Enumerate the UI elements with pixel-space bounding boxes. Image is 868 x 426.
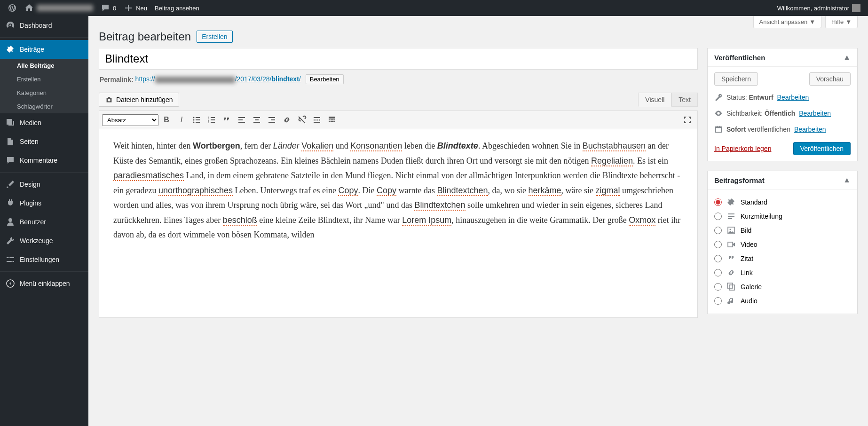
align-right-button[interactable] — [265, 113, 279, 127]
menu-plugins[interactable]: Plugins — [0, 194, 88, 213]
plug-icon — [6, 198, 15, 208]
edit-visibility-link[interactable]: Bearbeiten — [799, 110, 831, 117]
format-option[interactable]: Galerie — [714, 280, 851, 294]
format-label: Kurzmitteilung — [741, 213, 782, 220]
toggle-panel-icon[interactable]: ▲ — [843, 53, 851, 62]
format-radio[interactable] — [714, 283, 722, 291]
format-radio[interactable] — [714, 227, 722, 234]
menu-users[interactable]: Benutzer — [0, 213, 88, 231]
submenu-all-posts[interactable]: Alle Beiträge — [0, 59, 88, 72]
format-select[interactable]: Absatz — [102, 114, 158, 126]
unlink-button[interactable] — [295, 113, 309, 127]
menu-dashboard[interactable]: Dashboard — [0, 16, 88, 35]
svg-point-1 — [193, 117, 195, 118]
view-post[interactable]: Beitrag ansehen — [151, 0, 203, 16]
tab-text[interactable]: Text — [671, 93, 698, 107]
format-option[interactable]: Zitat — [714, 252, 851, 266]
menu-media[interactable]: Medien — [0, 113, 88, 132]
new-content[interactable]: Neu — [120, 0, 151, 16]
format-option[interactable]: Audio — [714, 294, 851, 308]
page-title: Beitrag bearbeiten Erstellen — [99, 21, 858, 48]
toolbar-toggle-button[interactable] — [325, 113, 339, 127]
align-left-button[interactable] — [235, 113, 249, 127]
link-button[interactable] — [280, 113, 294, 127]
post-title-input[interactable] — [99, 48, 698, 70]
align-center-button[interactable] — [250, 113, 264, 127]
add-new-button[interactable]: Erstellen — [197, 31, 232, 43]
format-option[interactable]: Standard — [714, 195, 851, 209]
tab-visual[interactable]: Visuell — [638, 93, 671, 107]
format-radio[interactable] — [714, 198, 722, 206]
sliders-icon — [6, 255, 15, 264]
menu-collapse[interactable]: Menü einklappen — [0, 274, 88, 293]
format-radio[interactable] — [714, 255, 722, 262]
bold-button[interactable]: B — [159, 113, 174, 127]
svg-rect-12 — [211, 122, 215, 123]
help-tab[interactable]: Hilfe ▼ — [825, 16, 858, 28]
format-option[interactable]: Link — [714, 266, 851, 280]
editor-textarea[interactable]: Weit hinten, hinter den Wortbergen, fern… — [99, 129, 697, 317]
format-label: Link — [741, 269, 753, 276]
preview-button[interactable]: Vorschau — [809, 72, 851, 86]
format-option[interactable]: Video — [714, 237, 851, 252]
media-icon — [6, 118, 15, 127]
menu-appearance[interactable]: Design — [0, 175, 88, 194]
publish-button[interactable]: Veröffentlichen — [793, 142, 851, 155]
bullet-list-button[interactable] — [189, 113, 204, 127]
collapse-icon — [6, 279, 15, 288]
svg-rect-23 — [314, 119, 320, 120]
format-icon — [726, 296, 736, 306]
menu-comments[interactable]: Kommentare — [0, 151, 88, 170]
wordpress-icon — [8, 3, 17, 13]
editor-mode-tabs: Visuell Text — [638, 93, 698, 107]
format-radio[interactable] — [714, 213, 722, 220]
numbered-list-button[interactable]: 123 — [205, 113, 219, 127]
format-option[interactable]: Bild — [714, 223, 851, 237]
move-to-trash-link[interactable]: In Papierkorb legen — [714, 145, 771, 152]
calendar-icon — [714, 125, 723, 134]
menu-pages[interactable]: Seiten — [0, 132, 88, 151]
comment-icon — [101, 3, 110, 13]
toggle-panel-icon[interactable]: ▲ — [843, 176, 851, 184]
format-icon — [726, 254, 736, 263]
admin-toolbar: 0 Neu Beitrag ansehen Willkommen, admini… — [0, 0, 868, 16]
edit-status-link[interactable]: Bearbeiten — [777, 94, 809, 101]
edit-schedule-link[interactable]: Bearbeiten — [794, 126, 826, 133]
svg-rect-22 — [314, 117, 320, 118]
submenu-tags[interactable]: Schlagwörter — [0, 100, 88, 113]
submenu-new-post[interactable]: Erstellen — [0, 72, 88, 86]
format-label: Galerie — [741, 283, 762, 291]
svg-rect-2 — [196, 117, 200, 118]
chevron-down-icon: ▼ — [809, 18, 815, 25]
wp-logo[interactable] — [4, 0, 21, 16]
format-radio[interactable] — [714, 297, 722, 305]
admin-sidebar: Dashboard Beiträge Alle Beiträge Erstell… — [0, 16, 88, 426]
submenu-categories[interactable]: Kategorien — [0, 86, 88, 100]
screen-options-tab[interactable]: Ansicht anpassen ▼ — [753, 16, 822, 28]
key-icon — [714, 93, 723, 102]
format-option[interactable]: Kurzmitteilung — [714, 209, 851, 223]
format-radio[interactable] — [714, 269, 722, 276]
menu-settings[interactable]: Einstellungen — [0, 250, 88, 269]
site-home[interactable] — [21, 0, 97, 16]
home-icon — [24, 3, 34, 13]
permalink-domain-redacted — [155, 77, 235, 83]
add-media-button[interactable]: Dateien hinzufügen — [99, 93, 179, 107]
svg-rect-17 — [255, 119, 259, 120]
fullscreen-button[interactable] — [680, 113, 694, 127]
format-radio[interactable] — [714, 241, 722, 248]
user-greeting[interactable]: Willkommen, administrator — [773, 0, 864, 16]
menu-tools[interactable]: Werkzeuge — [0, 231, 88, 250]
svg-point-3 — [193, 119, 195, 121]
read-more-button[interactable] — [310, 113, 324, 127]
permalink-url[interactable]: https:///2017/03/28/blindtext/ — [135, 75, 301, 83]
save-draft-button[interactable]: Speichern — [714, 72, 758, 86]
permalink-edit-button[interactable]: Bearbeiten — [306, 74, 344, 84]
comments-bubble[interactable]: 0 — [97, 0, 120, 16]
svg-rect-27 — [331, 119, 333, 120]
italic-button[interactable]: I — [174, 113, 189, 127]
menu-posts[interactable]: Beiträge — [0, 40, 88, 59]
format-label: Audio — [741, 297, 758, 305]
quote-button[interactable] — [220, 113, 234, 127]
editor-container: Absatz B I 123 — [99, 110, 698, 318]
